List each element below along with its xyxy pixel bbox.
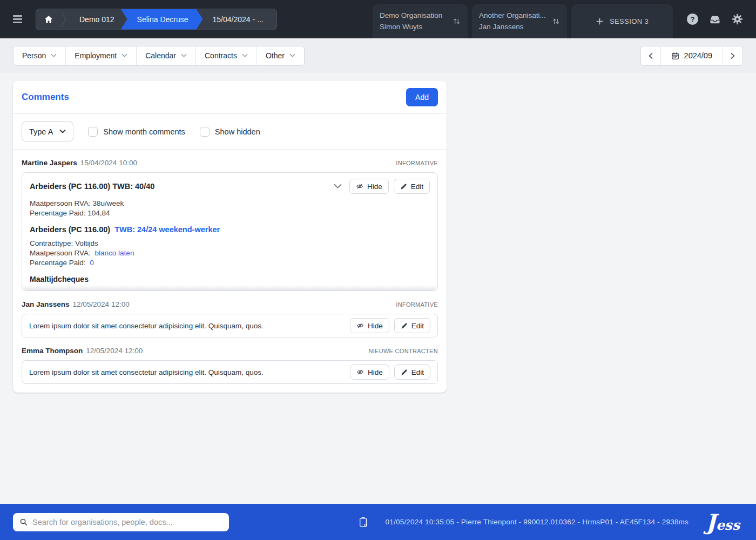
maaltijdcheques-heading: Maaltijdcheques <box>30 275 430 284</box>
session-org-name: Another Organisati... <box>479 10 546 22</box>
chevron-down-icon <box>334 184 342 189</box>
breadcrumb-item-date[interactable]: 15/04/2024 - ... <box>197 9 276 30</box>
menu-label: Calendar <box>145 51 176 60</box>
edit-comment-button[interactable]: Edit <box>394 318 430 333</box>
menu-label: Person <box>22 51 46 60</box>
breadcrumb-label: Selina Decruse <box>137 15 188 24</box>
chevron-down-icon <box>242 53 248 58</box>
month-navigator: 2024/09 <box>640 46 743 66</box>
comment-text: Lorem ipsum dolor sit amet consectetur a… <box>29 368 350 376</box>
hamburger-menu-button[interactable] <box>13 12 27 26</box>
contract-title: Arbeiders (PC 116.00) TWB: 40/40 <box>30 182 334 191</box>
hide-comment-button[interactable]: Hide <box>350 318 389 333</box>
session-tab-1[interactable]: Demo Organisation Simon Wuyts <box>373 4 468 38</box>
menu-label: Employment <box>75 51 117 60</box>
search-input[interactable] <box>32 518 222 526</box>
checkbox-label: Show hidden <box>215 127 260 136</box>
chevron-down-icon <box>51 53 57 58</box>
comment-header: Martine Jaspers 15/04/2024 10:00 INFORMA… <box>22 159 438 167</box>
pencil-icon <box>400 183 407 190</box>
comment-category-badge: INFORMATIVE <box>396 160 438 166</box>
breadcrumb-label: Demo 012 <box>79 15 114 24</box>
comment-body: Lorem ipsum dolor sit amet consectetur a… <box>22 360 438 384</box>
breadcrumb-label: 15/04/2024 - ... <box>213 15 264 24</box>
edit-comment-button[interactable]: Edit <box>394 364 430 380</box>
menu-other[interactable]: Other <box>257 46 304 65</box>
add-comment-button[interactable]: Add <box>406 88 438 106</box>
hide-comment-button[interactable]: Hide <box>349 179 389 194</box>
contract-subtitle-text: Arbeiders (PC 116.00) <box>30 225 110 234</box>
pencil-icon <box>401 369 408 376</box>
menu-calendar[interactable]: Calendar <box>137 46 196 65</box>
session-info-button[interactable] <box>359 516 368 528</box>
hide-label: Hide <box>368 322 383 330</box>
comment-author: Martine Jaspers <box>22 159 77 167</box>
comments-list: Martine Jaspers 15/04/2024 10:00 INFORMA… <box>13 159 447 393</box>
menu-employment[interactable]: Employment <box>66 46 137 65</box>
show-month-comments-checkbox[interactable] <box>88 127 98 137</box>
breadcrumb: Demo 012 Selina Decruse 15/04/2024 - ... <box>36 9 277 30</box>
home-icon <box>44 15 53 24</box>
comment-detail-line: Percentage Paid: 104,84 <box>30 208 430 218</box>
pencil-icon <box>401 322 408 329</box>
footer-right: 01/05/2024 10:35:05 - Pierre Thienpont -… <box>359 511 743 533</box>
new-session-label: SESSION 3 <box>610 17 649 25</box>
comment-datetime: 12/05/2024 12:00 <box>86 347 143 355</box>
edit-comment-button[interactable]: Edit <box>394 179 430 194</box>
menu-label: Contracts <box>205 51 237 60</box>
comment-category-badge: NIEUWE CONTRACTEN <box>368 348 438 354</box>
comment-actions: Hide Edit <box>350 364 430 380</box>
contract-subtitle: Arbeiders (PC 116.00) TWB: 24/24 weekend… <box>30 225 430 234</box>
inbox-button[interactable] <box>709 14 721 25</box>
comment-body: Arbeiders (PC 116.00) TWB: 40/40 Hide <box>22 172 438 291</box>
chevron-down-icon <box>122 53 127 58</box>
session-status-text: 01/05/2024 10:35:05 - Pierre Thienpont -… <box>386 518 688 526</box>
show-hidden-checkbox[interactable] <box>200 127 210 137</box>
comment-detail-line: Percentage Paid: 0 <box>30 258 430 268</box>
settings-button[interactable] <box>732 14 743 25</box>
comments-filter-row: Type A Show month comments Show hidden <box>13 114 447 150</box>
comment-actions: Hide Edit <box>350 318 430 333</box>
menu-label: Other <box>266 51 285 60</box>
edit-label: Edit <box>411 183 423 191</box>
next-month-button[interactable] <box>723 46 742 65</box>
swap-vertical-icon <box>453 17 461 25</box>
comment-type-select[interactable]: Type A <box>22 122 73 141</box>
percentage-paid-link[interactable]: 0 <box>90 259 94 267</box>
comment-header: Jan Janssens 12/05/2024 12:00 INFORMATIV… <box>22 300 438 308</box>
comment-body: Lorem ipsum dolor sit amet consectetur a… <box>22 314 438 338</box>
edit-label: Edit <box>411 368 424 376</box>
comment-detail-line: Contracttype: Voltijds <box>30 239 430 248</box>
inbox-icon <box>709 14 721 25</box>
session-org-name: Demo Organisation <box>380 10 442 22</box>
collapse-expander[interactable] <box>334 184 342 189</box>
hide-comment-button[interactable]: Hide <box>350 364 389 380</box>
blanco-laten-link[interactable]: blanco laten <box>95 249 134 257</box>
month-display[interactable]: 2024/09 <box>661 46 723 65</box>
breadcrumb-item-person-active[interactable]: Selina Decruse <box>121 9 203 30</box>
breadcrumb-home[interactable] <box>36 9 61 30</box>
comment-author: Emma Thompson <box>22 347 83 355</box>
detail-label: Percentage Paid: <box>30 259 86 267</box>
session-person-name: Jan Janssens <box>479 22 546 33</box>
comment-text: Lorem ipsum dolor sit amet consectetur a… <box>29 322 350 330</box>
hide-label: Hide <box>368 368 383 376</box>
show-hidden-option: Show hidden <box>200 127 260 137</box>
swap-vertical-icon <box>552 17 560 25</box>
breadcrumb-separator <box>61 9 66 30</box>
help-icon: ? <box>687 14 698 25</box>
previous-month-button[interactable] <box>641 46 661 65</box>
application-window: Demo 012 Selina Decruse 15/04/2024 - ...… <box>0 0 756 540</box>
breadcrumb-item-dossier[interactable]: Demo 012 <box>66 9 127 30</box>
help-button[interactable]: ? <box>687 14 698 25</box>
top-bar: Demo 012 Selina Decruse 15/04/2024 - ...… <box>0 0 756 38</box>
bottom-bar: 01/05/2024 10:35:05 - Pierre Thienpont -… <box>0 504 756 540</box>
eye-slash-icon <box>356 183 363 190</box>
main-content: Comments Add Type A Show month comments … <box>0 73 756 504</box>
menu-contracts[interactable]: Contracts <box>196 46 257 65</box>
new-session-button[interactable]: SESSION 3 <box>571 4 673 38</box>
session-tab-2[interactable]: Another Organisati... Jan Janssens <box>472 4 567 38</box>
twb-link[interactable]: TWB: 24/24 weekend-werker <box>114 225 220 234</box>
menu-person[interactable]: Person <box>14 46 66 65</box>
eye-slash-icon <box>356 322 364 329</box>
